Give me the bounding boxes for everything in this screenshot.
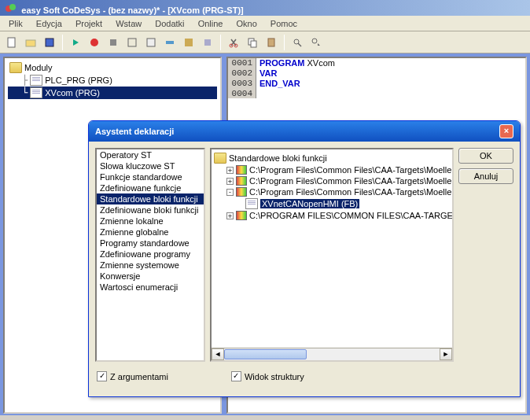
tree-header[interactable]: Standardowe bloki funkcji: [214, 152, 450, 164]
category-item[interactable]: Zmienne lokalne: [97, 216, 204, 227]
new-icon[interactable]: [3, 34, 20, 51]
line-number: 0002: [228, 68, 256, 79]
tree-item[interactable]: ├ PLC_PRG (PRG): [8, 74, 217, 87]
tree-item-label: C:\PROGRAM FILES\COMMON FILES\CAA-TARGET: [249, 211, 454, 220]
tool3-icon[interactable]: [142, 34, 160, 51]
category-item[interactable]: Standardowe bloki funkcji: [97, 193, 204, 204]
scroll-right-icon[interactable]: ►: [440, 348, 452, 360]
menu-dodatki[interactable]: Dodatki: [149, 17, 190, 30]
cut-icon[interactable]: [225, 34, 242, 51]
paste-icon[interactable]: [263, 34, 280, 51]
tool-icon[interactable]: [105, 34, 122, 51]
line-number: 0003: [228, 79, 256, 89]
svg-rect-9: [147, 39, 155, 46]
expand-icon[interactable]: +: [226, 178, 234, 185]
svg-rect-12: [204, 39, 211, 46]
svg-marker-21: [318, 43, 320, 46]
folder-icon: [214, 153, 226, 164]
horizontal-scrollbar[interactable]: ◄ ►: [212, 348, 452, 360]
tree-lib-item[interactable]: - C:\Program Files\Common Files\CAA-Targ…: [214, 186, 450, 197]
svg-rect-3: [26, 40, 35, 46]
tree-item-label: C:\Program Files\Common Files\CAA-Target…: [249, 176, 454, 186]
folder-icon: [9, 62, 22, 73]
scroll-thumb[interactable]: [224, 349, 307, 359]
findnext-icon[interactable]: [307, 34, 325, 51]
dialog-titlebar[interactable]: Asystent deklaracji ×: [89, 121, 520, 142]
tool5-icon[interactable]: [180, 34, 197, 51]
dialog-title-text: Asystent deklaracji: [95, 127, 174, 136]
menu-edycja[interactable]: Edycja: [31, 17, 68, 30]
library-icon: [236, 211, 247, 220]
menu-online[interactable]: Online: [193, 17, 229, 30]
tree-lib-item[interactable]: + C:\PROGRAM FILES\COMMON FILES\CAA-TARG…: [214, 210, 450, 221]
menu-wstaw[interactable]: Wstaw: [110, 17, 147, 30]
category-item[interactable]: Zmienne systemowe: [97, 260, 204, 271]
menu-plik[interactable]: Plik: [3, 17, 28, 30]
collapse-icon[interactable]: -: [226, 189, 234, 196]
cancel-button[interactable]: Anuluj: [458, 168, 513, 184]
category-item[interactable]: Zmienne globalne: [97, 227, 204, 238]
tool2-icon[interactable]: [123, 34, 141, 51]
menu-projekt[interactable]: Projekt: [70, 17, 108, 30]
category-item[interactable]: Zdefiniowane bloki funkcji: [97, 204, 204, 216]
line-number: 0004: [228, 89, 256, 98]
scroll-track[interactable]: [224, 348, 440, 360]
svg-line-19: [298, 43, 301, 46]
expand-icon[interactable]: +: [226, 167, 234, 174]
svg-point-1: [9, 4, 16, 10]
category-item[interactable]: Funkcje standardowe: [97, 171, 204, 182]
svg-rect-17: [268, 39, 274, 46]
category-item[interactable]: Programy standardowe: [97, 238, 204, 249]
svg-rect-4: [46, 39, 53, 46]
toolbar: [0, 31, 530, 53]
category-item[interactable]: Slowa kluczowe ST: [97, 160, 204, 171]
items-tree[interactable]: Standardowe bloki funkcji + C:\Program F…: [210, 148, 454, 362]
stop-icon[interactable]: [86, 34, 103, 51]
tree-root-label: Moduly: [24, 63, 52, 72]
svg-rect-16: [251, 41, 256, 47]
copy-icon[interactable]: [244, 34, 261, 51]
svg-rect-8: [128, 39, 136, 46]
checkbox-label-text: Z argumentami: [110, 372, 168, 381]
with-arguments-checkbox[interactable]: ✓ Z argumentami: [97, 371, 168, 381]
tree-item-label: XVcom (PRG): [45, 88, 100, 98]
save-icon[interactable]: [41, 34, 58, 51]
run-icon[interactable]: [67, 34, 84, 51]
menubar: Plik Edycja Projekt Wstaw Dodatki Online…: [0, 16, 530, 31]
tree-fb-item[interactable]: XVnetCANopenHMI (FB): [214, 197, 450, 210]
declaration-assistant-dialog: Asystent deklaracji × Operatory ST Slowa…: [88, 120, 521, 397]
find-icon[interactable]: [289, 34, 306, 51]
category-item[interactable]: Operatory ST: [97, 149, 204, 160]
svg-rect-7: [110, 39, 116, 46]
svg-point-6: [90, 39, 98, 46]
svg-rect-10: [166, 41, 174, 44]
tree-header-label: Standardowe bloki funkcji: [229, 153, 327, 163]
library-icon: [236, 165, 247, 175]
category-item[interactable]: Konwersje: [97, 271, 204, 282]
tree-item-label: C:\Program Files\Common Files\CAA-Target…: [249, 187, 454, 197]
tree-item-label: C:\Program Files\Common Files\CAA-Target…: [249, 165, 454, 175]
scroll-left-icon[interactable]: ◄: [212, 348, 224, 360]
menu-okno[interactable]: Okno: [230, 17, 262, 30]
expand-icon[interactable]: +: [226, 212, 234, 219]
category-item[interactable]: Zdefiniowane programy: [97, 249, 204, 260]
ok-button[interactable]: OK: [458, 148, 513, 164]
tree-item-label: XVnetCANopenHMI (FB): [260, 199, 359, 208]
category-item[interactable]: Wartosci enumeracji: [97, 282, 204, 293]
tree-item-label: PLC_PRG (PRG): [45, 76, 112, 85]
structure-view-checkbox[interactable]: ✓ Widok struktury: [231, 371, 304, 381]
tree-lib-item[interactable]: + C:\Program Files\Common Files\CAA-Targ…: [214, 164, 450, 175]
checkbox-icon: ✓: [231, 371, 241, 381]
category-list[interactable]: Operatory ST Slowa kluczowe ST Funkcje s…: [95, 148, 205, 362]
tree-root-item[interactable]: Moduly: [8, 61, 217, 74]
close-icon[interactable]: ×: [499, 124, 513, 138]
app-icon: [5, 2, 16, 15]
category-item[interactable]: Zdefiniowane funkcje: [97, 182, 204, 193]
tool6-icon[interactable]: [199, 34, 216, 51]
tool4-icon[interactable]: [161, 34, 179, 51]
page-icon: [245, 198, 258, 209]
tree-lib-item[interactable]: + C:\Program Files\Common Files\CAA-Targ…: [214, 175, 450, 186]
tree-item[interactable]: └ XVcom (PRG): [8, 87, 217, 99]
menu-pomoc[interactable]: Pomoc: [265, 17, 303, 30]
open-icon[interactable]: [22, 34, 39, 51]
